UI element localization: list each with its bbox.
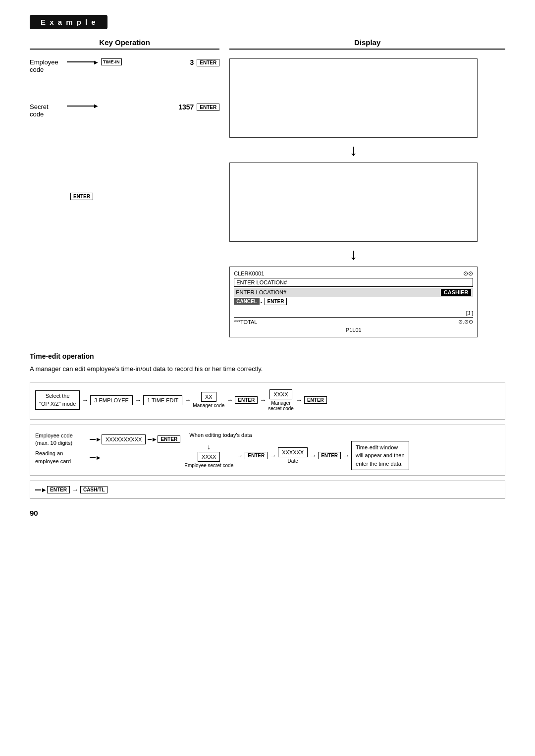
- flow3-enter: ENTER: [47, 486, 70, 493]
- db3-clerk: CLERK0001: [234, 270, 264, 276]
- flow-arrow-1: [82, 396, 88, 404]
- step2-enter: ENTER: [197, 104, 219, 111]
- display-box-1: [229, 58, 478, 138]
- flow-enter-2: ENTER: [304, 396, 327, 404]
- step1-label: Employeecode: [30, 58, 67, 73]
- flow-arrow-6: [296, 396, 302, 404]
- page-number: 90: [30, 509, 505, 517]
- flow-xx: XX Manager code: [193, 392, 224, 408]
- step2-arrow: ▶: [67, 103, 178, 108]
- display-box-3: CLERK0001 ⊙⊙ ENTER LOCATION# ENTER LOCAT…: [229, 267, 478, 337]
- db3-cancel-enter: CANCEL - ENTER: [234, 298, 473, 305]
- flow2-arrow-3: [269, 452, 276, 459]
- flow2-enter1: ENTER: [158, 435, 180, 443]
- db3-p1l01: P1L01: [234, 327, 473, 333]
- step1-item: Employeecode ▶ TIME-IN 3 ENTER: [30, 58, 219, 73]
- flow2-box3: XXXXXX: [278, 447, 308, 457]
- db3-enter-location-outer: ENTER LOCATION#: [234, 278, 473, 287]
- db3-total-row: ***TOTAL ⊙.⊙⊙: [234, 317, 473, 325]
- flow-diagram-3: ▶ ENTER CASH/TL: [30, 481, 505, 499]
- down-arrow-2: ↓: [229, 242, 478, 267]
- flow2-box1: XXXXXXXXXX: [102, 434, 146, 444]
- flow-diagram-2: Employee code(max. 10 digits) ▶ XXXXXXXX…: [30, 425, 505, 476]
- flow-3employee: 3 EMPLOYEE: [90, 395, 133, 405]
- step2-item: Secretcode ▶ 1357 ENTER: [30, 103, 219, 118]
- step1-enter: ENTER: [197, 59, 219, 66]
- flow2-arrow-2: [236, 452, 243, 459]
- time-edit-description: A manager can edit employee's time-in/ou…: [30, 364, 505, 374]
- enter-badge: ENTER: [265, 298, 287, 305]
- step2-value: 1357: [178, 103, 194, 111]
- flow-enter-1: ENTER: [235, 396, 258, 404]
- step1-value: 3: [190, 58, 194, 66]
- flow-diagram-1: Select the"OP X/Z" mode 3 EMPLOYEE 1 TIM…: [30, 382, 505, 420]
- example-badge: E x a m p l e: [30, 15, 107, 29]
- flow2-enter3: ENTER: [318, 452, 341, 459]
- step1-key-top: TIME-IN: [101, 58, 122, 65]
- step2-label: Secretcode: [30, 103, 67, 118]
- db3-icons: ⊙⊙: [463, 270, 473, 277]
- cashier-badge: CASHIER: [441, 289, 472, 296]
- display-header: Display: [229, 38, 505, 50]
- flow-arrow-2: [135, 396, 141, 404]
- key-operation-header: Key Operation: [30, 38, 219, 50]
- flow-arrow-4: [226, 396, 233, 404]
- db3-total-label: ***TOTAL: [234, 319, 257, 325]
- db3-total-value: ⊙.⊙⊙: [458, 319, 473, 325]
- down-arrow-1: ↓: [229, 138, 478, 162]
- flow2-right-note: Time-edit windowwill appear and thenente…: [351, 441, 409, 471]
- step3-enter: ENTER: [70, 193, 93, 200]
- flow3-arrow: [72, 486, 78, 493]
- flow2-enter2: ENTER: [245, 452, 268, 459]
- db3-j-label: [J ]: [234, 310, 473, 316]
- flow-xxxx: XXXX Manager secret code: [268, 389, 294, 411]
- flow2-today-label: When editing today's data: [184, 432, 409, 438]
- flow-arrow-5: [260, 396, 266, 404]
- flow2-read-label: Reading anemployee card: [35, 450, 90, 465]
- flow-select-box: Select the"OP X/Z" mode: [35, 390, 80, 410]
- display-box-2: [229, 162, 478, 242]
- step1-arrow: ▶ TIME-IN: [67, 58, 190, 65]
- flow3-cashitl: CASH/TL: [80, 486, 107, 493]
- flow2-arrow-4: [310, 452, 316, 459]
- db3-enter-location-inner: ENTER LOCATION# CASHIER: [234, 288, 473, 297]
- cancel-badge: CANCEL: [234, 298, 260, 305]
- flow-1timeedit: 1 TIME EDIT: [143, 395, 182, 405]
- flow-row-1: Select the"OP X/Z" mode 3 EMPLOYEE 1 TIM…: [35, 389, 500, 411]
- time-edit-title: Time-edit operation: [30, 352, 505, 360]
- flow2-box2: XXXX: [198, 452, 220, 462]
- flow2-emp-label: Employee code(max. 10 digits): [35, 432, 90, 447]
- flow2-arrow-5: [343, 452, 349, 459]
- flow-arrow-3: [184, 396, 191, 404]
